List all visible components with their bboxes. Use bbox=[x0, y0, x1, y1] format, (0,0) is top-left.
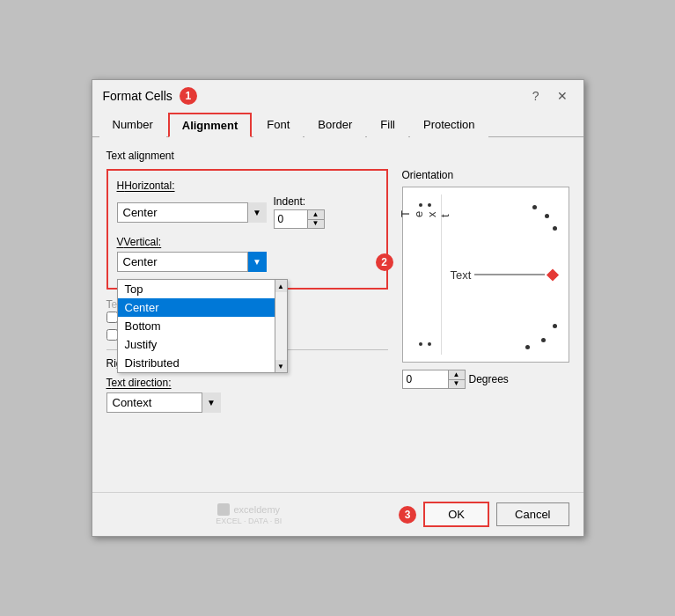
dot-1 bbox=[419, 203, 422, 207]
degrees-label: Degrees bbox=[469, 373, 509, 385]
vertical-label: VVertical: bbox=[117, 236, 378, 248]
orientation-label: Orientation bbox=[402, 169, 569, 181]
badge-1: 1 bbox=[180, 87, 197, 105]
diagonal-text-row: Text bbox=[451, 268, 557, 282]
horizontal-row: General Left (Indent) Center Right (Inde… bbox=[117, 195, 378, 229]
dot-4 bbox=[428, 342, 431, 346]
degrees-up-button[interactable]: ▲ bbox=[449, 370, 465, 380]
degrees-spinner-btns: ▲ ▼ bbox=[448, 370, 466, 389]
text-direction-label: Text direction: bbox=[106, 377, 388, 389]
badge-3: 3 bbox=[399, 506, 416, 524]
scatter-dot-3 bbox=[553, 226, 557, 231]
dropdown-scroll-down[interactable]: ▼ bbox=[275, 360, 287, 372]
degrees-down-button[interactable]: ▼ bbox=[449, 380, 465, 389]
watermark-tagline: EXCEL · DATA · BI bbox=[216, 517, 282, 525]
scatter-dot-4 bbox=[553, 324, 557, 328]
diagonal-text-label: Text bbox=[451, 268, 472, 282]
section-title: Text alignment bbox=[106, 150, 569, 162]
indent-up-button[interactable]: ▲ bbox=[308, 210, 324, 220]
watermark-inner: exceldemy bbox=[217, 503, 280, 516]
main-content: HHorizontal: General Left (Indent) Cente… bbox=[106, 169, 569, 480]
format-cells-dialog: Format Cells 1 ? ✕ Number Alignment Font… bbox=[92, 79, 584, 537]
tab-protection[interactable]: Protection bbox=[410, 113, 488, 137]
dots-group bbox=[419, 203, 431, 207]
tab-number[interactable]: Number bbox=[99, 113, 166, 137]
watermark-area: exceldemy EXCEL · DATA · BI bbox=[106, 503, 393, 525]
dropdown-scrollbar: Top Center Bottom Justify Distributed ▲ bbox=[118, 280, 287, 372]
dialog-title: Format Cells bbox=[103, 89, 172, 103]
title-bar-right: ? ✕ bbox=[527, 87, 573, 105]
dialog-footer: exceldemy EXCEL · DATA · BI 3 OK Cancel bbox=[92, 492, 583, 536]
text-direction-select[interactable]: Context Left-to-Right Right-to-Left bbox=[106, 392, 221, 413]
dots-row-1 bbox=[419, 203, 431, 207]
orientation-left: Text bbox=[410, 194, 442, 355]
indent-group: Indent: ▲ ▼ bbox=[274, 195, 326, 229]
dropdown-item-distributed[interactable]: Distributed bbox=[118, 354, 275, 372]
help-button[interactable]: ? bbox=[527, 87, 545, 105]
diagonal-line bbox=[474, 275, 544, 275]
dialog-body: Text alignment HHorizontal: General Left… bbox=[92, 137, 583, 492]
dot-3 bbox=[419, 342, 422, 346]
horizontal-select-wrapper: General Left (Indent) Center Right (Inde… bbox=[117, 202, 267, 223]
tab-border[interactable]: Border bbox=[304, 113, 365, 137]
orientation-right[interactable]: Text bbox=[442, 194, 561, 355]
tab-fill[interactable]: Fill bbox=[367, 113, 408, 137]
indent-spinner: ▲ ▼ bbox=[274, 209, 326, 229]
indent-input[interactable] bbox=[274, 209, 307, 229]
left-panel: HHorizontal: General Left (Indent) Cente… bbox=[106, 169, 388, 480]
title-bar-left: Format Cells 1 bbox=[103, 87, 197, 105]
degrees-input[interactable] bbox=[402, 370, 448, 389]
indent-spinner-btns: ▲ ▼ bbox=[307, 209, 325, 229]
dropdown-item-bottom[interactable]: Bottom bbox=[118, 317, 275, 335]
watermark: exceldemy EXCEL · DATA · BI bbox=[216, 503, 282, 525]
text-direction-select-wrapper: Context Left-to-Right Right-to-Left ▼ bbox=[106, 392, 221, 413]
scatter-dot-1 bbox=[532, 205, 537, 209]
dots-row-2 bbox=[419, 342, 431, 346]
vertical-select[interactable]: Top Center Bottom Justify Distributed bbox=[117, 252, 267, 272]
right-panel: Orientation Text bbox=[402, 169, 569, 480]
vertical-select-wrapper: Top Center Bottom Justify Distributed ▼ bbox=[117, 252, 267, 272]
red-diamond-icon[interactable] bbox=[546, 268, 558, 281]
dropdown-list: Top Center Bottom Justify Distributed ▲ bbox=[117, 279, 288, 373]
degrees-input-group: ▲ ▼ bbox=[402, 370, 464, 389]
footer-right: 3 OK Cancel bbox=[399, 502, 569, 527]
close-button[interactable]: ✕ bbox=[552, 87, 573, 105]
vertical-row: Top Center Bottom Justify Distributed ▼ … bbox=[117, 252, 378, 272]
tab-alignment[interactable]: Alignment bbox=[168, 113, 253, 137]
dropdown-scroll-up[interactable]: ▲ bbox=[275, 280, 287, 292]
text-direction-row: Context Left-to-Right Right-to-Left ▼ bbox=[106, 392, 388, 413]
scatter-dot-6 bbox=[525, 345, 530, 349]
ok-button[interactable]: OK bbox=[423, 502, 489, 527]
degrees-row: ▲ ▼ Degrees bbox=[402, 370, 569, 389]
dropdown-item-center[interactable]: Center bbox=[118, 298, 275, 317]
alignment-box: HHorizontal: General Left (Indent) Cente… bbox=[106, 169, 388, 290]
dropdown-items-col: Top Center Bottom Justify Distributed bbox=[118, 280, 275, 372]
indent-down-button[interactable]: ▼ bbox=[308, 220, 324, 229]
watermark-site: exceldemy bbox=[233, 504, 280, 515]
dropdown-scroll-col: ▲ ▼ bbox=[275, 280, 287, 372]
badge-2: 2 bbox=[376, 253, 393, 271]
scroll-track bbox=[275, 292, 287, 360]
orientation-box: Text bbox=[402, 187, 569, 363]
tab-font[interactable]: Font bbox=[253, 113, 303, 137]
dropdown-item-top[interactable]: Top bbox=[118, 280, 275, 298]
dot-2 bbox=[428, 203, 431, 207]
horizontal-select[interactable]: General Left (Indent) Center Right (Inde… bbox=[117, 202, 267, 223]
scatter-dot-2 bbox=[545, 214, 549, 218]
indent-label: Indent: bbox=[274, 195, 326, 208]
tab-bar: Number Alignment Font Border Fill Protec… bbox=[92, 108, 583, 137]
dropdown-item-justify[interactable]: Justify bbox=[118, 335, 275, 354]
watermark-icon bbox=[217, 503, 230, 516]
horizontal-label: HHorizontal: bbox=[117, 180, 378, 192]
title-bar: Format Cells 1 ? ✕ bbox=[92, 80, 583, 108]
scatter-dot-5 bbox=[541, 338, 546, 342]
cancel-button[interactable]: Cancel bbox=[496, 502, 569, 526]
